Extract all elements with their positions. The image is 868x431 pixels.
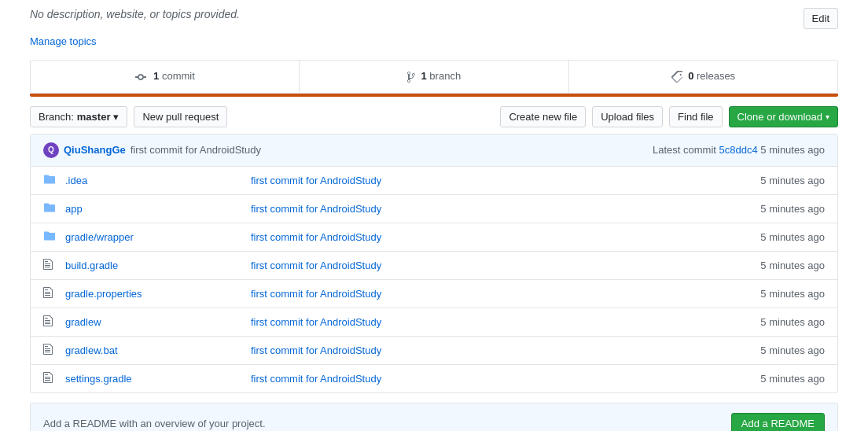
file-time: 5 minutes ago	[723, 373, 825, 385]
file-icon	[43, 343, 59, 358]
folder-icon	[43, 201, 59, 216]
toolbar-right: Create new file Upload files Find file C…	[500, 106, 838, 127]
branches-label: branch	[429, 70, 461, 82]
commit-hash[interactable]: 5c8ddc4	[719, 144, 758, 156]
releases-stat[interactable]: 0 releases	[569, 61, 837, 93]
branch-selector[interactable]: Branch: master ▾	[30, 106, 127, 127]
file-commit-message: first commit for AndroidStudy	[238, 175, 723, 186]
branch-icon	[407, 70, 421, 82]
file-icon	[43, 315, 59, 330]
clone-label: Clone or download	[737, 111, 822, 123]
file-time: 5 minutes ago	[723, 288, 825, 300]
clone-dropdown-icon: ▾	[826, 112, 829, 121]
file-name[interactable]: .idea	[65, 175, 238, 186]
releases-count[interactable]: 0	[688, 70, 693, 82]
file-time: 5 minutes ago	[723, 344, 825, 356]
upload-files-button[interactable]: Upload files	[592, 106, 663, 127]
file-time: 5 minutes ago	[723, 175, 825, 186]
branches-stat[interactable]: 1 branch	[300, 61, 568, 93]
toolbar-left: Branch: master ▾ New pull request	[30, 106, 227, 127]
file-icon	[43, 286, 59, 301]
file-name[interactable]: gradlew.bat	[65, 344, 238, 356]
commit-message: first commit for AndroidStudy	[131, 144, 261, 156]
folder-icon	[43, 173, 59, 188]
table-row: .idea first commit for AndroidStudy 5 mi…	[31, 167, 837, 195]
file-icon	[43, 258, 59, 273]
avatar: Q	[43, 142, 59, 158]
commit-author-name[interactable]: QiuShangGe	[64, 144, 126, 156]
find-file-button[interactable]: Find file	[669, 106, 723, 127]
file-name[interactable]: gradlew	[65, 316, 238, 328]
toolbar: Branch: master ▾ New pull request Create…	[30, 106, 838, 127]
file-time: 5 minutes ago	[723, 231, 825, 243]
table-row: settings.gradle first commit for Android…	[31, 365, 837, 392]
readme-text: Add a README with an overview of your pr…	[43, 418, 266, 429]
file-commit-message: first commit for AndroidStudy	[238, 203, 723, 215]
repo-description: No description, website, or topics provi…	[30, 8, 240, 20]
file-commit-message: first commit for AndroidStudy	[238, 373, 723, 385]
readme-banner: Add a README with an overview of your pr…	[30, 403, 838, 431]
file-time: 5 minutes ago	[723, 260, 825, 271]
manage-topics-link[interactable]: Manage topics	[30, 35, 838, 47]
edit-button[interactable]: Edit	[804, 8, 838, 29]
commit-time: 5 minutes ago	[760, 144, 825, 156]
create-new-file-button[interactable]: Create new file	[500, 106, 586, 127]
table-row: gradle/wrapper first commit for AndroidS…	[31, 223, 837, 252]
file-commit-message: first commit for AndroidStudy	[238, 260, 723, 271]
branch-dropdown-icon: ▾	[113, 111, 119, 123]
commit-icon	[134, 70, 153, 82]
file-icon	[43, 371, 59, 386]
file-name[interactable]: build.gradle	[65, 260, 238, 271]
branch-name: master	[77, 111, 111, 123]
file-commit-message: first commit for AndroidStudy	[238, 316, 723, 328]
latest-prefix: Latest commit	[653, 144, 716, 156]
file-commit-message: first commit for AndroidStudy	[238, 344, 723, 356]
file-commit-message: first commit for AndroidStudy	[238, 231, 723, 243]
tag-icon	[671, 70, 689, 82]
table-row: gradle.properties first commit for Andro…	[31, 280, 837, 308]
table-row: gradlew first commit for AndroidStudy 5 …	[31, 308, 837, 337]
new-pull-request-button[interactable]: New pull request	[134, 106, 227, 127]
file-commit-message: first commit for AndroidStudy	[238, 288, 723, 300]
commits-stat[interactable]: 1 commit	[31, 61, 300, 93]
repo-header: No description, website, or topics provi…	[30, 8, 838, 29]
progress-bar	[30, 94, 838, 97]
branch-prefix: Branch:	[39, 111, 74, 123]
commit-info-right: Latest commit 5c8ddc4 5 minutes ago	[653, 144, 825, 156]
file-name[interactable]: gradle.properties	[65, 288, 238, 300]
stats-bar: 1 commit 1 branch 0 releases	[30, 60, 838, 94]
file-name[interactable]: gradle/wrapper	[65, 231, 238, 243]
file-table-header: Q QiuShangGe first commit for AndroidStu…	[31, 134, 837, 167]
table-row: gradlew.bat first commit for AndroidStud…	[31, 337, 837, 365]
file-rows-container: .idea first commit for AndroidStudy 5 mi…	[31, 167, 837, 392]
commit-author-info: Q QiuShangGe first commit for AndroidStu…	[43, 142, 261, 158]
commits-count[interactable]: 1	[153, 70, 159, 82]
branches-count[interactable]: 1	[421, 70, 427, 82]
folder-icon	[43, 230, 59, 245]
commits-label: commit	[162, 70, 195, 82]
file-table: Q QiuShangGe first commit for AndroidStu…	[30, 134, 838, 393]
add-readme-button[interactable]: Add a README	[731, 413, 825, 431]
releases-label: releases	[697, 70, 735, 82]
file-name[interactable]: app	[65, 203, 238, 215]
table-row: app first commit for AndroidStudy 5 minu…	[31, 195, 837, 223]
file-time: 5 minutes ago	[723, 316, 825, 328]
file-name[interactable]: settings.gradle	[65, 373, 238, 385]
file-time: 5 minutes ago	[723, 203, 825, 215]
clone-button[interactable]: Clone or download ▾	[729, 106, 838, 127]
table-row: build.gradle first commit for AndroidStu…	[31, 252, 837, 280]
